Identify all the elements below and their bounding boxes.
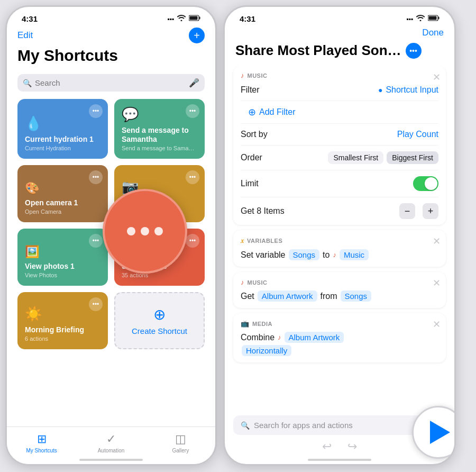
music-tag-label-2: MUSIC — [248, 279, 268, 286]
variables-action-row: Set variable Songs to ♪ Music — [241, 249, 438, 260]
album-artwork-pill[interactable]: Album Artwork — [258, 291, 317, 302]
play-triangle-icon — [430, 421, 450, 444]
shortcut-card-current-hydration[interactable]: ••• 💧 Current hydration 1 Current Hydrat… — [17, 99, 108, 159]
music-artwork-card: ♪ MUSIC ✕ Get Album Artwork from Songs — [233, 272, 446, 308]
nav-icon-automation: ✓ — [106, 432, 116, 446]
undo-button[interactable]: ↩ — [322, 440, 332, 453]
media-music-note: ♪ — [278, 333, 281, 341]
card-icon-hydration: 💧 — [25, 115, 100, 132]
order-row: Order Smallest First Biggest First — [241, 146, 438, 170]
decrement-button[interactable]: − — [399, 203, 415, 219]
songs-variable-pill[interactable]: Songs — [289, 249, 320, 260]
card-title-camera: Open camera 1 — [25, 198, 100, 207]
right-home-indicator — [308, 459, 371, 461]
card-more-button[interactable]: ••• — [89, 104, 103, 118]
music-tag-label-1: MUSIC — [248, 72, 268, 79]
card-more-button[interactable]: ••• — [89, 297, 103, 311]
smallest-first-button[interactable]: Smallest First — [328, 151, 383, 164]
to-label: to — [323, 250, 329, 260]
filter-label: Filter — [241, 85, 260, 95]
add-filter-row[interactable]: ⊕ Add Filter — [241, 101, 438, 124]
add-filter-text: Add Filter — [259, 107, 295, 117]
wifi-icon — [416, 15, 425, 23]
search-bar[interactable]: 🔍 🎤 — [17, 74, 205, 92]
nav-automation[interactable]: ✓ Automation — [76, 432, 145, 453]
variables-card-close[interactable]: ✕ — [433, 235, 441, 247]
right-status-bar: 4:31 ▪▪▪ — [225, 7, 454, 25]
filter-value[interactable]: Shortcut Input — [386, 85, 438, 95]
search-input[interactable] — [35, 78, 186, 87]
items-stepper: − + — [399, 203, 438, 219]
bottom-grid: ••• ☀️ Morning Briefing 6 actions ⊕ Crea… — [7, 286, 215, 349]
svg-rect-1 — [199, 17, 200, 20]
left-phone: 4:31 ▪▪▪ Edit + My Shortcuts 🔍 🎤 ••• 💧 — [5, 5, 217, 466]
shortcut-title: Share Most Played Son… — [235, 42, 401, 59]
card-more-button[interactable]: ••• — [89, 170, 103, 184]
variables-card: 𝑥 VARIABLES ✕ Set variable Songs to ♪ Mu… — [233, 230, 446, 267]
media-artwork-pill[interactable]: Album Artwork — [285, 332, 344, 343]
shortcut-card-send-message[interactable]: ••• 💬 Send a message to Samantha Send a … — [114, 99, 205, 159]
shortcut-more-button[interactable]: ••• — [406, 43, 422, 59]
songs-source-pill[interactable]: Songs — [341, 291, 372, 302]
card-more-button[interactable]: ••• — [89, 234, 103, 248]
card-more-button[interactable]: ••• — [186, 234, 199, 248]
edit-button[interactable]: Edit — [17, 30, 33, 41]
music-tag-icon-1: ♪ — [241, 71, 244, 79]
shortcut-input-dot: ● — [378, 86, 382, 94]
card-title-morning: Morning Briefing — [25, 325, 100, 334]
limit-toggle[interactable] — [413, 176, 438, 191]
shortcut-card-view-photos[interactable]: ••• 🖼️ View photos 1 View Photos — [17, 229, 108, 286]
card-subtitle-songs: 35 actions — [122, 272, 197, 278]
nav-label-shortcuts: My Shortcuts — [26, 448, 57, 453]
nav-icon-gallery: ◫ — [175, 432, 186, 446]
battery-icon — [189, 15, 200, 23]
media-card-close[interactable]: ✕ — [433, 319, 441, 330]
music-artwork-header: ♪ MUSIC ✕ — [241, 278, 438, 286]
actions-scroll[interactable]: ♪ MUSIC ✕ Filter ● Shortcut Input ⊕ Add … — [225, 66, 454, 417]
increment-button[interactable]: + — [423, 203, 438, 219]
music-pill[interactable]: Music — [340, 249, 369, 260]
signal-icon: ▪▪▪ — [167, 15, 174, 23]
overlay-dots — [127, 227, 163, 235]
music-action-row: Get Album Artwork from Songs — [241, 291, 438, 302]
music-note-icon: ♪ — [333, 251, 336, 259]
search-icon: 🔍 — [23, 79, 32, 87]
filter-card-header: ♪ MUSIC ✕ — [233, 66, 446, 79]
music-card-close[interactable]: ✕ — [433, 277, 441, 289]
media-action-row: Combine ♪ Album Artwork — [241, 332, 438, 343]
left-status-icons: ▪▪▪ — [167, 15, 200, 23]
media-tag-label: MEDIA — [252, 321, 272, 327]
page-title: My Shortcuts — [17, 47, 205, 65]
signal-icon: ▪▪▪ — [406, 15, 413, 23]
card-more-button[interactable]: ••• — [186, 104, 199, 118]
shortcut-title-row: Share Most Played Son… ••• — [225, 42, 454, 66]
nav-my-shortcuts[interactable]: ⊞ My Shortcuts — [7, 432, 76, 453]
card-icon-camera: 🎨 — [25, 181, 100, 195]
sort-value[interactable]: Play Count — [397, 130, 438, 139]
home-indicator — [79, 459, 143, 461]
nav-gallery[interactable]: ◫ Gallery — [146, 432, 215, 453]
sort-row: Sort by Play Count — [241, 124, 438, 146]
redo-button[interactable]: ↪ — [347, 440, 357, 453]
right-phone: 4:31 ▪▪▪ Done Share Most Played Son… •••… — [223, 5, 456, 466]
edit-row: Edit + — [17, 28, 205, 43]
add-filter-icon: ⊕ — [248, 106, 256, 118]
filter-card-close[interactable]: ✕ — [433, 71, 441, 83]
add-shortcut-button[interactable]: + — [189, 28, 205, 43]
card-more-button[interactable]: ••• — [186, 170, 199, 184]
shortcut-card-morning-briefing[interactable]: ••• ☀️ Morning Briefing 6 actions — [17, 292, 108, 349]
left-header: Edit + My Shortcuts — [7, 25, 215, 74]
shortcut-card-create[interactable]: ⊕ Create Shortcut — [114, 292, 205, 349]
biggest-first-button[interactable]: Biggest First — [387, 151, 438, 164]
create-plus-icon: ⊕ — [153, 306, 166, 323]
done-button[interactable]: Done — [422, 28, 444, 38]
right-time: 4:31 — [240, 14, 255, 23]
card-subtitle-photos: View Photos — [25, 272, 100, 278]
variables-card-header: 𝑥 VARIABLES ✕ — [241, 237, 438, 245]
context-menu-overlay[interactable] — [103, 189, 187, 274]
horizontally-pill[interactable]: Horizontally — [242, 345, 291, 356]
shortcuts-grid: ••• 💧 Current hydration 1 Current Hydrat… — [7, 99, 215, 286]
shortcut-card-open-camera[interactable]: ••• 🎨 Open camera 1 Open Camera — [17, 165, 108, 222]
card-subtitle-camera: Open Camera — [25, 208, 100, 215]
card-title-message: Send a message to Samantha — [122, 126, 197, 144]
